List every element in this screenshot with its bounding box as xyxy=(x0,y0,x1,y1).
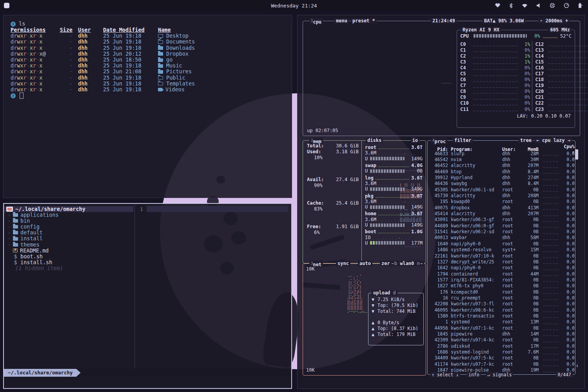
proc-row[interactable]: 1327dmcrypt_write/25root0B⣀⣀⣀⣀⣀0.0 xyxy=(432,259,570,265)
proc-row[interactable]: 41174kworker/u97:7-kcroot0B⣀⣀⣀⣀⣀0.0 xyxy=(432,361,570,367)
cpu-graph-dots: ⢀⣀⣀⡀ xyxy=(439,78,453,84)
bluetooth-icon[interactable] xyxy=(509,3,513,8)
proc-row[interactable]: 39912Hyprlanddhh274M⣀⣀⣀⣀⣀0.0 xyxy=(432,174,570,180)
ls-row: drwxr-xr-x-dhh25 Jun 19:18Documents xyxy=(11,39,292,45)
menu-button[interactable]: menu xyxy=(334,18,349,24)
proc-row[interactable]: 1827mt76-tx phy0root0B⣀⣀⣀⣀⣀0.0 xyxy=(432,283,570,289)
proc-row[interactable]: 1686systemd-logindroot7.6M⣀⣀⣀⣀⣀0.0 xyxy=(432,349,570,355)
tree-item-install[interactable]: ›install xyxy=(4,236,133,241)
proc-row[interactable]: 1640napi/phy0-0root0B⣀⣀⣀⣀⣀0.0 xyxy=(432,241,570,247)
proc-row[interactable]: 46095kworker/u98:6-kcroot0B⣀⣀⣀⣀⣀0.0 xyxy=(432,307,570,313)
wifi-icon[interactable] xyxy=(522,3,528,8)
proc-row[interactable]: 1845pipewiredhh14M⣀⣀⣀⣀⣀0.0 xyxy=(432,331,570,337)
proc-row[interactable]: 1systemdroot13M⣀⣀⣀⣀⣀0.0 xyxy=(432,319,570,325)
tree-item-default[interactable]: ›default xyxy=(4,230,133,236)
proc-row[interactable]: 1486systemd-resolvesyst+15M⣀⣀⣀⣀⣀0.0 xyxy=(432,247,570,253)
disk-usage-bar xyxy=(370,205,405,209)
tree-item-themes[interactable]: ›themes xyxy=(4,242,133,248)
proc-select-hint[interactable]: ↑ select ↓ xyxy=(430,372,460,377)
net-interface[interactable]: ←b wlan0 n→ xyxy=(390,261,425,266)
core-row: C0⣀⣀⣀⣀⣀⣀⣀⣀⣀⣀⣀⣀⣀⣀1% xyxy=(460,41,530,47)
battery-icon[interactable] xyxy=(578,3,583,8)
proc-row[interactable]: 176kcompactd0root0B⣀⣀⣀⣀⣀0.0 xyxy=(432,289,570,295)
proc-row[interactable]: 1380btrfs-transactioroot0B⣀⣀⣀⣀⣀0.0 xyxy=(432,313,570,319)
volume-icon[interactable] xyxy=(536,3,541,8)
mem-stat-percent: 10% xyxy=(314,155,323,160)
proc-row[interactable]: 1794containerdroot44M⣀⣀⣀⣀⣀0.0 xyxy=(432,271,570,277)
core-row: C3⣀⣀⣀⣀⣀⣀⣀⣀⣀⣀⣀⣀⣀⣀1% xyxy=(460,59,530,65)
pane-separator[interactable] xyxy=(134,204,135,374)
proc-row[interactable]: 46633slurpdhh28M⣀⣀⣀⣀⣀0.0 xyxy=(432,151,570,156)
cpu-frequency: 605 MHz xyxy=(548,27,572,33)
proc-row[interactable]: 16rcu_preemptroot0B⣀⣀⣀⣀⣀0.0 xyxy=(432,295,570,301)
folder-icon xyxy=(13,219,18,223)
folder-icon xyxy=(158,46,163,50)
core-list: C0⣀⣀⣀⣀⣀⣀⣀⣀⣀⣀⣀⣀⣀⣀1%C1⣀⣀⣀⣀⣀⣀⣀⣀⣀⣀⣀⣀⣀⣀0%C2⣀⣀… xyxy=(457,41,575,113)
proc-row[interactable]: 40013waybardhh58M⣀⣀⣀⣀⣀0.0 xyxy=(432,235,570,241)
proc-filter-button[interactable]: filter xyxy=(453,138,473,143)
proc-row[interactable]: 45305kworker/u96:1-sdroot0B⣀⣀⣀⣀⣀0.0 xyxy=(432,187,570,192)
tree-item-README.md[interactable]: MREADME.md xyxy=(4,248,133,254)
tree-item-install.sh[interactable]: $install.sh xyxy=(4,260,133,265)
ls-row: drwxr-xr-x@-dhh25 Jun 20:12Dropbox xyxy=(11,51,292,57)
prompt-icon: ❯ xyxy=(11,22,16,27)
btop-window[interactable]: 1cpu menu preset * 21:24:49 BAT▲ 98% 3.0… xyxy=(297,15,585,389)
proc-row[interactable]: 195kswapd0root0B⣀⣀⣀⣀⣀0.0 xyxy=(432,199,570,205)
terminal-window[interactable]: ❯ ls PermissionsSizeUserDate ModifiedNam… xyxy=(3,15,292,198)
proc-scrollbar[interactable] xyxy=(575,149,578,160)
folder-icon xyxy=(158,64,163,68)
proc-row[interactable]: 44956kworker/u97:1-kcroot0B⣀⣀⣀⣀⣀0.0 xyxy=(432,325,570,331)
proc-info-hint[interactable]: info xyxy=(467,372,481,377)
folder-open-icon xyxy=(158,82,163,85)
proc-tree-button[interactable]: tree xyxy=(519,138,533,143)
mem-stat-percent: 83% xyxy=(314,206,323,212)
core-row: C4⣀⣀⣀⣀⣀⣀⣀⣀⣀⣀⣀⣀⣀⣀0% xyxy=(460,65,530,71)
prompt-line-2[interactable]: ❯ xyxy=(11,93,292,99)
core-row: C2⣀⣀⣀⣀⣀⣀⣀⣀⣀⣀⣀⣀⣀⣀1% xyxy=(460,53,530,59)
proc-row[interactable]: 43091kworker/u96:3-gfroot0B⣀⣀⣀⣀⣀0.0 xyxy=(432,217,570,223)
updates-icon[interactable] xyxy=(495,3,500,8)
video-icon xyxy=(158,88,162,91)
proc-row[interactable]: 45730alacrittydhh208M⣀⣀⣀⣀⣀0.0 xyxy=(432,192,570,198)
ls-row: drwxr-xr-x-dhh25 Jun 19:18Templates xyxy=(11,81,292,87)
scroll-down-icon[interactable]: ↓ xyxy=(576,363,579,368)
proc-panel-title[interactable]: 4proc xyxy=(431,138,447,144)
proc-row[interactable]: 46436swaybgdhh8.4M⣀⣀⣀⣀⣀0.0 xyxy=(432,181,570,187)
buffer-cursorline xyxy=(147,206,288,212)
tree-item-bin[interactable]: ›bin xyxy=(4,218,133,224)
tree-item-applications[interactable]: ›applications xyxy=(4,212,133,218)
proc-row[interactable]: 42309kworker/u97:4-kcroot0B⣀⣀⣀⣀⣀0.0 xyxy=(432,337,570,343)
proc-row[interactable]: 44889kworker/u96:0-gfroot0B⣀⣀⣀⣀⣀0.0 xyxy=(432,223,570,229)
cpu-panel-title[interactable]: 1cpu xyxy=(309,18,323,25)
core-row: C5⣀⣀⣀⣀⣀⣀⣀⣀⣀⣀⣀⣀⣀⣀0% xyxy=(460,71,530,76)
proc-sort-control[interactable]: ← cpu lazy → xyxy=(535,138,572,143)
cpu-icon[interactable] xyxy=(550,3,555,8)
tree-item-boot.sh[interactable]: $boot.sh xyxy=(4,254,133,260)
proc-row[interactable]: 46469btopdhh8.4M⣀⣀⣀⣀⣀0.0 xyxy=(432,169,570,174)
net-auto-button[interactable]: auto xyxy=(358,261,372,266)
proc-row[interactable]: 40075dropboxdhh413M⣀⣀⣀⣀⣀0.0 xyxy=(432,205,570,211)
proc-row[interactable]: 22161kworker/u97:10-kroot0B⣀⣀⣀⣀⣀0.0 xyxy=(432,253,570,259)
neotree-panel: ~/.local/share/omarchy›applications›bin›… xyxy=(4,206,133,271)
mem-stat-row: Cache:25.4 GiB xyxy=(303,200,361,206)
proc-signals-hint[interactable]: ↵ signals xyxy=(486,372,513,377)
proc-row[interactable]: 45414alacrittydhh207M⣀⣀⣀⣀⣀0.0 xyxy=(432,211,570,216)
proc-row[interactable]: 2786udisksdroot17M⣀⣀⣀⣀⣀0.0 xyxy=(432,343,570,349)
proc-row[interactable]: 42208kworker/u97:3-flroot0B⣀⣀⣀⣀⣀0.0 xyxy=(432,301,570,307)
proc-row[interactable]: 46452alacrittydhh207M⣀⣀⣀⣀⣀0.0 xyxy=(432,163,570,169)
proc-row[interactable]: 34409kworker/u97:5-kcroot0B⣀⣀⣀⣀⣀0.0 xyxy=(432,355,570,361)
preset-button[interactable]: preset * xyxy=(351,18,377,24)
net-sync-button[interactable]: sync xyxy=(336,261,350,266)
net-upload-stat: ▲0 Byte/s xyxy=(368,319,423,325)
proc-row[interactable]: 1642napi/phy0-0root0B⣀⣀⣀⣀⣀0.0 xyxy=(432,265,570,271)
update-interval[interactable]: - 2000ms + xyxy=(538,18,570,24)
tree-root-item[interactable]: ~/.local/share/omarchy xyxy=(4,206,133,212)
neovim-window[interactable]: ~/.local/share/omarchy›applications›bin›… xyxy=(3,203,292,389)
gauge-icon[interactable] xyxy=(564,3,569,8)
proc-row[interactable]: 1577irq/81-PIXA3854:root0B⣀⣀⣀⣀⣀0.0 xyxy=(432,277,570,283)
tree-item-config[interactable]: ›config xyxy=(4,224,133,230)
proc-row[interactable]: 46542nvimdhh30M⣀⣀⣀⣀⣀0.0 xyxy=(432,156,570,162)
net-panel: 3net sync auto zero ←b wlan0 n→ 10K 10K … xyxy=(303,263,426,376)
ls-row: drwxr-xr-x-dhh25 Jun 19:18Public xyxy=(11,75,292,81)
proc-row[interactable]: 31541kworker/u96:2-sdroot0B⣀⣀⣀⣀⣀0.0 xyxy=(432,229,570,234)
